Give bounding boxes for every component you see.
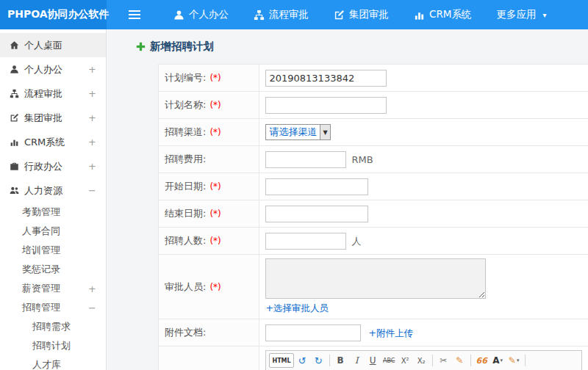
plan-no-input[interactable] — [265, 70, 387, 87]
highlight-label: ✎ — [509, 355, 516, 366]
flow-icon — [254, 10, 265, 21]
headcount-input[interactable] — [265, 233, 346, 250]
collapse-toggle[interactable]: − — [88, 185, 96, 196]
top-navigation: 个人办公 流程审批 集团审批 CRM系统 更多应用 ▾ — [161, 0, 559, 29]
form-label-cell: 招聘人数:(*) — [159, 228, 259, 255]
page-title: 新增招聘计划 — [136, 40, 588, 54]
sidebar-item-training-mgmt[interactable]: 培训管理 — [0, 241, 106, 260]
form-field-cell — [259, 92, 588, 119]
attachment-upload-link[interactable]: +附件上传 — [368, 327, 412, 338]
chart-icon — [414, 10, 425, 21]
toolbar-divider — [432, 355, 433, 366]
cost-input[interactable] — [265, 151, 346, 168]
sidebar-item-label: 薪资管理 — [22, 282, 88, 295]
html-source-button[interactable]: HTML — [269, 353, 293, 368]
cut-icon[interactable]: ✂ — [436, 353, 451, 368]
sidebar-item-salary-mgmt[interactable]: 薪资管理 + — [0, 279, 106, 298]
sidebar-item-label: 人力资源 — [24, 184, 88, 197]
form-label-cell: 结束日期:(*) — [159, 200, 259, 228]
attachment-input[interactable] — [265, 324, 361, 341]
sidebar-item-talent-pool[interactable]: 人才库 — [0, 355, 106, 370]
expand-toggle[interactable]: + — [88, 161, 96, 172]
topbar: PHPOA协同办公软件 个人办公 流程审批 集团审批 CRM系统 更多应用 ▾ — [0, 0, 588, 29]
form-row-start-date: 开始日期:(*) — [159, 173, 588, 200]
start-date-input[interactable] — [265, 178, 368, 195]
field-label: 招聘渠道: — [165, 126, 206, 137]
nav-crm-system[interactable]: CRM系统 — [401, 0, 484, 29]
italic-button[interactable]: I — [349, 353, 365, 368]
font-color-button[interactable]: A▾ — [490, 353, 506, 368]
strikethrough-button[interactable]: ABC — [381, 353, 397, 368]
sidebar-item-recruit-demand[interactable]: 招聘需求 — [0, 317, 106, 336]
bold-button[interactable]: B — [333, 353, 348, 368]
expand-toggle[interactable]: + — [88, 112, 96, 123]
briefcase-icon — [10, 162, 20, 172]
toolbar-divider — [470, 355, 471, 366]
chevron-down-icon: ▾ — [501, 358, 503, 363]
sidebar-item-reward-record[interactable]: 奖惩记录 — [0, 260, 106, 279]
form-row-approver: 审批人员:(*) +选择审批人员 — [159, 255, 588, 319]
form-field-cell — [259, 200, 588, 228]
form-row-editor: HTML ↺ ↻ B I U ABC X² X₂ ✂ ✎ — [159, 347, 588, 370]
nav-group-approval[interactable]: 集团审批 — [321, 0, 401, 29]
highlight-color-button[interactable]: ✎▾ — [506, 353, 522, 368]
sidebar-item-hr-contract[interactable]: 人事合同 — [0, 222, 106, 241]
form-label-cell — [159, 347, 259, 370]
expand-toggle[interactable]: + — [88, 64, 96, 75]
sidebar-item-recruit-plan[interactable]: 招聘计划 — [0, 336, 106, 355]
required-mark: (*) — [209, 127, 220, 137]
toolbar-divider — [329, 355, 330, 366]
hamburger-menu-icon[interactable] — [129, 0, 140, 29]
form-row-headcount: 招聘人数:(*) 人 — [159, 228, 588, 255]
sidebar-item-personal-office[interactable]: 个人办公 + — [0, 57, 106, 81]
channel-select[interactable]: 请选择渠道 ▼ — [265, 124, 330, 140]
sidebar-item-admin-office[interactable]: 行政办公 + — [0, 154, 106, 178]
sidebar-item-crm-system[interactable]: CRM系统 + — [0, 130, 106, 154]
form-field-cell — [259, 173, 588, 200]
field-label: 审批人员: — [165, 281, 206, 292]
sidebar-item-label: 行政办公 — [24, 160, 88, 173]
sidebar-item-label: 培训管理 — [22, 244, 96, 257]
nav-workflow-approval[interactable]: 流程审批 — [241, 0, 321, 29]
underline-button[interactable]: U — [365, 353, 381, 368]
sidebar-item-label: 考勤管理 — [22, 206, 96, 219]
nav-label: 个人办公 — [189, 8, 229, 21]
redo-button[interactable]: ↻ — [311, 353, 326, 368]
field-label: 招聘费用: — [165, 153, 206, 164]
expand-toggle[interactable]: + — [88, 137, 96, 148]
sidebar-item-attendance-mgmt[interactable]: 考勤管理 — [0, 203, 106, 222]
sidebar-item-label: 个人办公 — [24, 63, 88, 76]
expand-toggle[interactable]: + — [88, 283, 96, 294]
sidebar-item-human-resources[interactable]: 人力资源 − — [0, 178, 106, 203]
nav-label: CRM系统 — [429, 8, 471, 21]
expand-toggle[interactable]: + — [88, 88, 96, 99]
nav-label: 流程审批 — [269, 8, 309, 21]
end-date-input[interactable] — [265, 206, 368, 222]
format-brush-icon[interactable]: ✎ — [452, 353, 467, 368]
undo-button[interactable]: ↺ — [295, 353, 310, 368]
form-field-cell: +选择审批人员 — [259, 255, 588, 319]
sidebar-item-label: 招聘计划 — [32, 339, 96, 352]
superscript-button[interactable]: X² — [398, 353, 413, 368]
required-mark: (*) — [209, 236, 220, 246]
subscript-button[interactable]: X₂ — [414, 353, 429, 368]
approver-textarea[interactable] — [265, 258, 486, 299]
collapse-toggle[interactable]: − — [88, 302, 96, 313]
blockquote-button[interactable]: 66 — [474, 353, 490, 368]
plan-name-input[interactable] — [265, 97, 387, 114]
form-label-cell: 招聘费用: — [159, 146, 259, 173]
sidebar-item-recruit-mgmt[interactable]: 招聘管理 − — [0, 298, 106, 317]
sidebar-item-workflow-approval[interactable]: 流程审批 + — [0, 81, 106, 106]
choose-approver-link[interactable]: +选择审批人员 — [265, 302, 328, 315]
nav-personal-office[interactable]: 个人办公 — [161, 0, 241, 29]
field-label: 结束日期: — [165, 208, 206, 219]
nav-more-apps[interactable]: 更多应用 ▾ — [484, 0, 559, 29]
form-row-channel: 招聘渠道:(*) 请选择渠道 ▼ — [159, 119, 588, 146]
form-row-plan-name: 计划名称:(*) — [159, 92, 588, 119]
sidebar-item-label: 奖惩记录 — [22, 263, 96, 276]
form-field-cell: RMB — [259, 146, 588, 173]
sidebar-item-desktop[interactable]: 个人桌面 — [0, 33, 106, 57]
required-mark: (*) — [209, 73, 220, 83]
form-label-cell: 招聘渠道:(*) — [159, 119, 259, 146]
sidebar-item-group-approval[interactable]: 集团审批 + — [0, 106, 106, 130]
